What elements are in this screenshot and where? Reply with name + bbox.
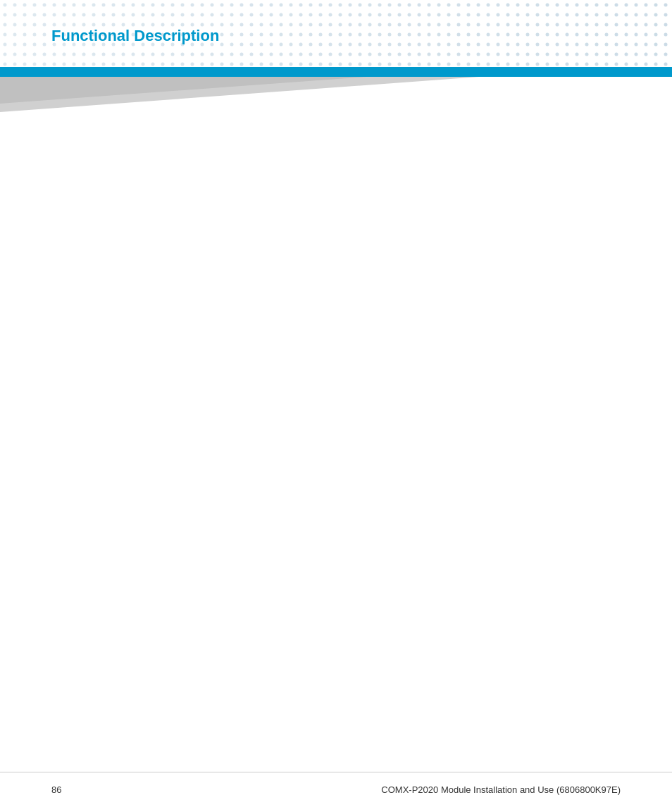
blue-bar-decoration [0,67,672,77]
page-title: Functional Description [51,27,219,44]
document-title: COMX-P2020 Module Installation and Use (… [381,784,621,795]
main-content-area [0,113,672,765]
page-title-area: Functional Description [51,27,219,45]
diagonal-decoration [0,77,672,112]
page-footer: 86 COMX-P2020 Module Installation and Us… [0,772,672,807]
page-number: 86 [51,784,61,795]
